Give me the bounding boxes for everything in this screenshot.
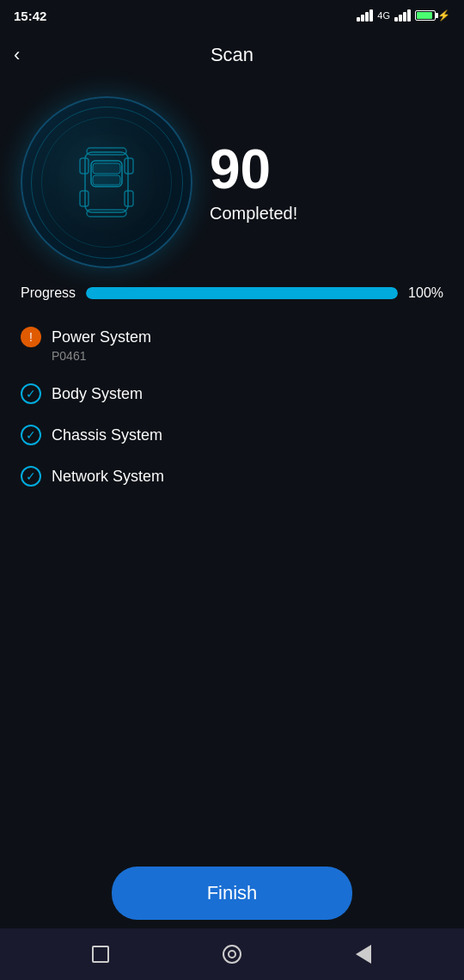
- signal-bar-7: [403, 12, 406, 21]
- bolt-icon: ⚡: [437, 9, 450, 21]
- battery-container: ⚡: [415, 9, 450, 21]
- check-icon: ✓: [21, 383, 41, 404]
- status-time: 15:42: [14, 9, 46, 23]
- car-icon: [68, 131, 145, 234]
- svg-rect-9: [125, 191, 133, 206]
- page-title: Scan: [211, 44, 253, 66]
- system-item[interactable]: ✓Network System: [21, 457, 443, 495]
- progress-section: Progress 100%: [0, 277, 464, 318]
- system-name: Chassis System: [52, 426, 162, 444]
- signal-4g-label: 4G: [377, 10, 390, 21]
- scan-count: 90: [210, 142, 271, 197]
- signal-bar-3: [365, 12, 369, 21]
- signal-bar-4: [369, 9, 373, 21]
- battery-fill: [417, 12, 432, 19]
- check-icon: ✓: [21, 425, 41, 445]
- system-item[interactable]: ✓Chassis System: [21, 416, 443, 454]
- car-scan-circle: [21, 96, 192, 268]
- svg-rect-4: [87, 148, 126, 155]
- system-item[interactable]: ✓Body System: [21, 375, 443, 413]
- signal-bar-5: [394, 17, 398, 21]
- scan-info: 90 Completed!: [210, 142, 297, 224]
- warning-icon: !: [21, 327, 41, 347]
- header: ‹ Scan: [0, 31, 464, 79]
- system-name: Power System: [52, 328, 151, 346]
- system-list: !Power SystemP0461✓Body System✓Chassis S…: [0, 318, 464, 495]
- check-icon: ✓: [21, 466, 41, 487]
- svg-rect-5: [87, 210, 126, 217]
- progress-label: Progress: [21, 285, 76, 301]
- svg-rect-8: [80, 191, 89, 206]
- system-item[interactable]: !Power SystemP0461: [21, 318, 443, 371]
- status-bar: 15:42 4G ⚡: [0, 0, 464, 31]
- signal-bars-2: [394, 9, 411, 21]
- scan-container: 90 Completed!: [0, 79, 464, 277]
- finish-button[interactable]: Finish: [112, 867, 352, 920]
- system-code: P0461: [52, 349, 443, 363]
- signal-bar-8: [407, 9, 411, 21]
- progress-bar-fill: [86, 287, 398, 299]
- back-button[interactable]: ‹: [14, 40, 27, 70]
- nav-stop-icon[interactable]: [89, 942, 113, 966]
- signal-bar-1: [357, 17, 360, 21]
- svg-rect-6: [80, 158, 89, 174]
- svg-rect-7: [125, 158, 133, 174]
- scan-completed-label: Completed!: [210, 204, 297, 224]
- progress-percent: 100%: [408, 285, 443, 301]
- signal-bar-6: [399, 15, 402, 21]
- svg-rect-2: [93, 163, 120, 174]
- signal-bars: [357, 9, 373, 21]
- finish-button-container: Finish: [0, 867, 464, 920]
- system-name: Body System: [52, 385, 143, 403]
- svg-rect-3: [93, 175, 120, 185]
- progress-bar-container: [86, 287, 398, 299]
- nav-home-icon[interactable]: [220, 942, 244, 966]
- battery-icon: [415, 10, 436, 21]
- svg-rect-1: [91, 161, 122, 187]
- signal-bar-2: [361, 15, 364, 21]
- svg-rect-0: [85, 152, 128, 212]
- bottom-nav: [0, 928, 464, 980]
- system-name: Network System: [52, 468, 164, 486]
- nav-back-icon[interactable]: [351, 942, 375, 966]
- status-icons: 4G ⚡: [357, 9, 450, 21]
